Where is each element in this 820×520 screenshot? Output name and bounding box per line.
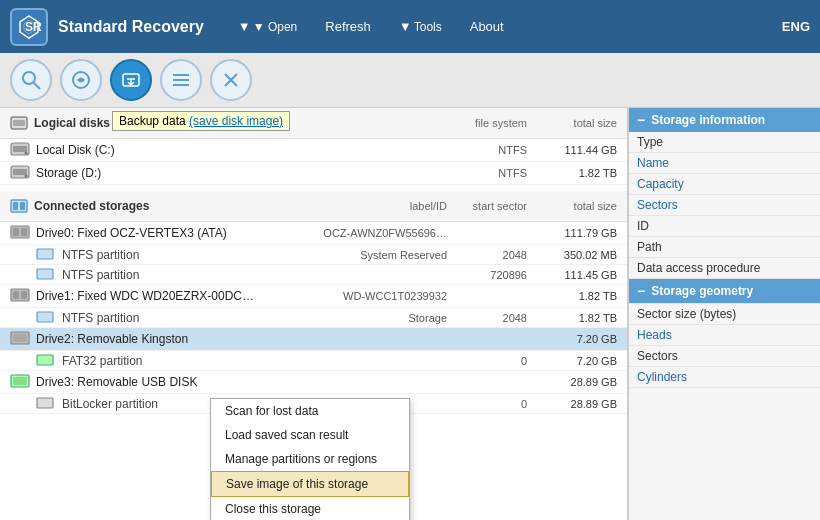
drive0-icon — [10, 225, 30, 241]
drive0-part1-row[interactable]: NTFS partition System Reserved 2048 350.… — [0, 245, 627, 265]
drive1-part1-row[interactable]: NTFS partition Storage 2048 1.82 TB — [0, 308, 627, 328]
toolbar: Backup data (save disk image) — [0, 53, 820, 108]
backup-tooltip: Backup data (save disk image) — [112, 111, 290, 131]
context-manage[interactable]: Manage partitions or regions — [211, 447, 409, 471]
svg-line-4 — [34, 83, 40, 89]
main-menu: ▼ ▼ Open Refresh ▼ Tools About — [224, 0, 782, 53]
drive0-part1-label: System Reserved — [347, 249, 447, 261]
menu-tools[interactable]: ▼ Tools — [385, 0, 456, 53]
app-logo: SR — [10, 8, 48, 46]
svg-point-21 — [25, 175, 28, 178]
drive0-row[interactable]: Drive0: Fixed OCZ-VERTEX3 (ATA) OCZ-AWNZ… — [0, 222, 627, 245]
context-save[interactable]: Save image of this storage — [211, 471, 409, 497]
recovery-button[interactable] — [60, 59, 102, 101]
svg-point-3 — [23, 72, 35, 84]
local-disk-c-icon — [10, 142, 30, 158]
left-panel: Logical disks file system total size Loc… — [0, 108, 628, 520]
svg-rect-20 — [13, 169, 27, 175]
svg-text:SR: SR — [25, 20, 42, 34]
drive3-icon — [10, 374, 30, 390]
list-button[interactable] — [160, 59, 202, 101]
svg-rect-28 — [37, 249, 53, 259]
info-data-access: Data access procedure — [629, 258, 820, 279]
info-sectors: Sectors — [629, 195, 820, 216]
main-area: Logical disks file system total size Loc… — [0, 108, 820, 520]
context-load[interactable]: Load saved scan result — [211, 423, 409, 447]
col-fs-header: file system — [427, 117, 527, 129]
svg-rect-17 — [13, 146, 27, 152]
backup-button[interactable]: Backup data (save disk image) — [110, 59, 152, 101]
svg-point-18 — [25, 152, 28, 155]
col-labelid-header: label/ID — [317, 200, 447, 212]
drive1-icon — [10, 288, 30, 304]
info-name: Name — [629, 153, 820, 174]
context-menu: Scan for lost data Load saved scan resul… — [210, 398, 410, 520]
svg-rect-9 — [173, 74, 189, 76]
info-geom-sectors: Sectors — [629, 346, 820, 367]
svg-rect-11 — [173, 84, 189, 86]
drive3-part1-icon — [36, 397, 56, 411]
context-close[interactable]: Close this storage — [211, 497, 409, 520]
drive3-row[interactable]: Drive3: Removable USB DISK 28.89 GB — [0, 371, 627, 394]
svg-rect-32 — [21, 291, 27, 299]
drive0-part2-row[interactable]: NTFS partition 720896 111.45 GB — [0, 265, 627, 285]
drive1-row[interactable]: Drive1: Fixed WDC WD20EZRX-00DC… WD-WCC1… — [0, 285, 627, 308]
local-disk-c[interactable]: Local Disk (C:) NTFS 111.44 GB — [0, 139, 627, 162]
svg-rect-39 — [37, 398, 53, 408]
context-scan[interactable]: Scan for lost data — [211, 399, 409, 423]
drive0-label: OCZ-AWNZ0FW55696… — [317, 227, 447, 239]
svg-rect-24 — [20, 202, 25, 210]
svg-rect-15 — [13, 120, 25, 126]
logical-disks-header: Logical disks file system total size — [0, 108, 627, 139]
drive2-part1-row[interactable]: FAT32 partition 0 7.20 GB — [0, 351, 627, 371]
info-id: ID — [629, 216, 820, 237]
drive1-label: WD-WCC1T0239932 — [317, 290, 447, 302]
close-button[interactable] — [210, 59, 252, 101]
storage-geometry-header: − Storage geometry — [629, 279, 820, 304]
drive2-row[interactable]: Drive2: Removable Kingston 7.20 GB — [0, 328, 627, 351]
menu-open[interactable]: ▼ ▼ Open — [224, 0, 311, 53]
connected-storages-header: Connected storages label/ID start sector… — [0, 191, 627, 222]
navbar: SR Standard Recovery ▼ ▼ Open Refresh ▼ … — [0, 0, 820, 53]
drive1-part1-icon — [36, 311, 56, 325]
drive1-part1-label: Storage — [347, 312, 447, 324]
info-heads: Heads — [629, 325, 820, 346]
menu-about[interactable]: About — [456, 0, 518, 53]
storage-disk-d-icon — [10, 165, 30, 181]
svg-rect-10 — [173, 79, 189, 81]
svg-rect-29 — [37, 269, 53, 279]
col-size-header: total size — [527, 200, 617, 212]
storage-geometry-collapse[interactable]: − — [637, 283, 645, 299]
svg-rect-23 — [13, 202, 18, 210]
info-type: Type — [629, 132, 820, 153]
language-selector[interactable]: ENG — [782, 19, 810, 34]
app-title: Standard Recovery — [58, 18, 204, 36]
storage-info-collapse[interactable]: − — [637, 112, 645, 128]
info-path: Path — [629, 237, 820, 258]
svg-rect-38 — [13, 377, 27, 385]
drive2-icon — [10, 331, 30, 347]
svg-rect-36 — [37, 355, 53, 365]
col-ts-header: total size — [527, 117, 617, 129]
search-button[interactable] — [10, 59, 52, 101]
svg-rect-31 — [13, 291, 19, 299]
svg-rect-35 — [13, 334, 27, 342]
storage-disk-d[interactable]: Storage (D:) NTFS 1.82 TB — [0, 162, 627, 185]
svg-rect-27 — [21, 228, 27, 236]
info-cylinders: Cylinders — [629, 367, 820, 388]
info-capacity: Capacity — [629, 174, 820, 195]
svg-rect-33 — [37, 312, 53, 322]
storage-info-header: − Storage information — [629, 108, 820, 132]
right-panel: − Storage information Type Name Capacity… — [628, 108, 820, 520]
drive0-part1-icon — [36, 248, 56, 262]
drive2-part1-icon — [36, 354, 56, 368]
info-sector-size: Sector size (bytes) — [629, 304, 820, 325]
tooltip-link[interactable]: (save disk image) — [189, 114, 283, 128]
drive0-part2-icon — [36, 268, 56, 282]
svg-rect-26 — [13, 228, 19, 236]
menu-refresh[interactable]: Refresh — [311, 0, 385, 53]
col-sector-header: start sector — [447, 200, 527, 212]
